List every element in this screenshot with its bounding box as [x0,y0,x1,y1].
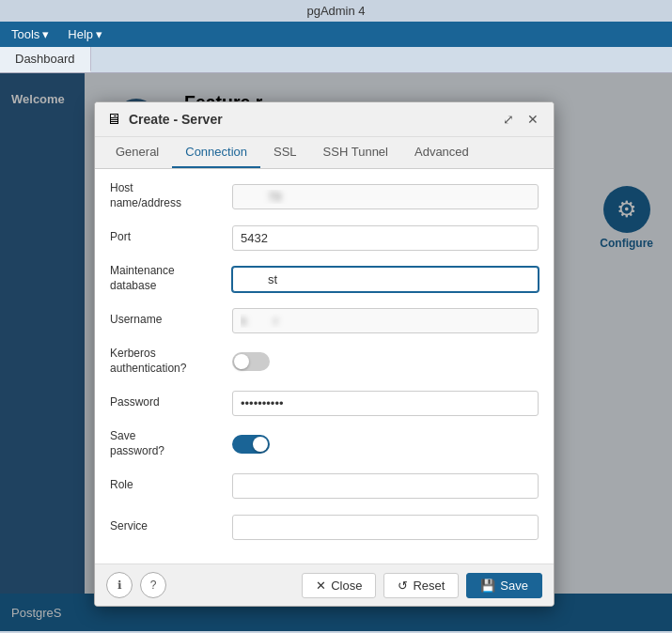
help-button[interactable]: ? [140,572,166,598]
modal-title-area: 🖥 Create - Server [106,111,223,128]
modal-overlay: 🖥 Create - Server ⤢ ✕ General Connection… [0,73,672,631]
modal-title: Create - Server [129,112,223,127]
modal-header: 🖥 Create - Server ⤢ ✕ [95,102,554,137]
footer-left: ℹ ? [106,572,166,598]
save-password-label: Save password? [110,429,232,458]
password-label: Password [110,395,232,410]
save-password-thumb [253,437,268,452]
tab-ssl[interactable]: SSL [260,137,310,168]
modal-controls: ⤢ ✕ [499,110,542,129]
service-label: Service [110,519,232,534]
service-row: Service [110,511,539,543]
save-password-toggle-switch[interactable] [232,435,270,454]
tab-general[interactable]: General [102,137,172,168]
host-row: Host name/address [110,180,539,212]
maintenance-db-row: Maintenance database [110,263,539,295]
footer-right: ✕ Close ↺ Reset 💾 Save [302,573,542,598]
reset-icon: ↺ [398,579,408,593]
server-icon: 🖥 [106,111,121,128]
tab-ssh-tunnel[interactable]: SSH Tunnel [310,137,401,168]
modal-footer: ℹ ? ✕ Close ↺ Reset 💾 [95,564,554,606]
modal-tabs: General Connection SSL SSH Tunnel Advanc… [95,137,554,169]
role-row: Role [110,470,539,502]
kerberos-toggle[interactable] [232,352,270,371]
kerberos-label: Kerberos authentication? [110,347,232,376]
reset-button[interactable]: ↺ Reset [383,573,459,598]
service-input[interactable] [232,515,539,540]
port-label: Port [110,230,232,245]
kerberos-thumb [234,354,249,369]
role-label: Role [110,478,232,493]
username-label: Username [110,313,232,328]
menu-bar: Tools ▾ Help ▾ [0,22,672,47]
close-button[interactable]: ✕ Close [302,573,376,598]
save-password-row: Save password? [110,428,539,460]
modal-body: Host name/address Port Maintenance datab… [95,169,554,564]
save-password-toggle[interactable] [232,435,270,454]
username-row: Username [110,304,539,336]
save-icon: 💾 [480,579,495,593]
create-server-modal: 🖥 Create - Server ⤢ ✕ General Connection… [94,101,555,607]
host-input[interactable] [232,184,539,209]
kerberos-row: Kerberos authentication? [110,346,539,378]
main-content: Welcome Feature [0,73,672,631]
close-icon: ✕ [316,579,326,593]
tab-advanced[interactable]: Advanced [401,137,482,168]
password-row: Password [110,387,539,419]
info-button[interactable]: ℹ [106,572,133,598]
password-input[interactable] [232,391,539,416]
outer-tab-bar: Dashboard [0,47,672,73]
kerberos-toggle-switch[interactable] [232,352,270,371]
tab-connection[interactable]: Connection [172,137,260,168]
tools-arrow: ▾ [42,27,49,41]
maintenance-db-label: Maintenance database [110,264,232,293]
save-button[interactable]: 💾 Save [466,573,542,598]
help-label: Help [68,27,93,41]
maintenance-db-input[interactable] [232,267,539,292]
expand-button[interactable]: ⤢ [499,110,518,129]
help-arrow: ▾ [96,27,102,41]
host-label: Host name/address [110,181,232,210]
close-modal-button[interactable]: ✕ [524,110,542,129]
port-input[interactable] [232,225,539,251]
tools-menu[interactable]: Tools ▾ [8,25,53,43]
tools-label: Tools [11,27,39,41]
dashboard-tab[interactable]: Dashboard [0,47,91,72]
port-row: Port [110,222,539,254]
help-menu[interactable]: Help ▾ [64,25,106,43]
title-bar: pgAdmin 4 [0,0,672,22]
role-input[interactable] [232,473,539,499]
app-title: pgAdmin 4 [306,4,365,18]
username-input[interactable] [232,308,539,333]
